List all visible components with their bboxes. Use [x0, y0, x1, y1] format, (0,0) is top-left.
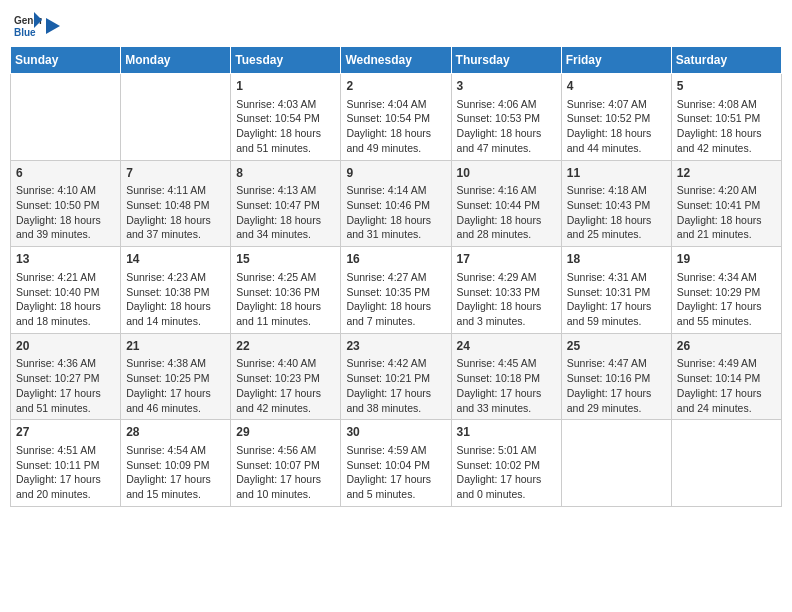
calendar-cell: 18Sunrise: 4:31 AM Sunset: 10:31 PM Dayl…	[561, 247, 671, 334]
calendar-cell: 14Sunrise: 4:23 AM Sunset: 10:38 PM Dayl…	[121, 247, 231, 334]
day-number: 8	[236, 165, 335, 182]
day-info: Sunrise: 4:25 AM Sunset: 10:36 PM Daylig…	[236, 270, 335, 329]
day-info: Sunrise: 4:11 AM Sunset: 10:48 PM Daylig…	[126, 183, 225, 242]
day-number: 29	[236, 424, 335, 441]
day-info: Sunrise: 4:23 AM Sunset: 10:38 PM Daylig…	[126, 270, 225, 329]
day-info: Sunrise: 4:06 AM Sunset: 10:53 PM Daylig…	[457, 97, 556, 156]
calendar-cell: 8Sunrise: 4:13 AM Sunset: 10:47 PM Dayli…	[231, 160, 341, 247]
calendar-cell: 12Sunrise: 4:20 AM Sunset: 10:41 PM Dayl…	[671, 160, 781, 247]
day-number: 28	[126, 424, 225, 441]
calendar-cell: 23Sunrise: 4:42 AM Sunset: 10:21 PM Dayl…	[341, 333, 451, 420]
day-info: Sunrise: 4:51 AM Sunset: 10:11 PM Daylig…	[16, 443, 115, 502]
day-number: 17	[457, 251, 556, 268]
week-row-5: 27Sunrise: 4:51 AM Sunset: 10:11 PM Dayl…	[11, 420, 782, 507]
day-info: Sunrise: 4:10 AM Sunset: 10:50 PM Daylig…	[16, 183, 115, 242]
day-info: Sunrise: 4:29 AM Sunset: 10:33 PM Daylig…	[457, 270, 556, 329]
day-number: 12	[677, 165, 776, 182]
day-info: Sunrise: 4:54 AM Sunset: 10:09 PM Daylig…	[126, 443, 225, 502]
day-number: 31	[457, 424, 556, 441]
weekday-header-friday: Friday	[561, 47, 671, 74]
week-row-2: 6Sunrise: 4:10 AM Sunset: 10:50 PM Dayli…	[11, 160, 782, 247]
day-number: 16	[346, 251, 445, 268]
calendar-cell	[671, 420, 781, 507]
day-number: 18	[567, 251, 666, 268]
calendar-cell: 10Sunrise: 4:16 AM Sunset: 10:44 PM Dayl…	[451, 160, 561, 247]
day-info: Sunrise: 4:08 AM Sunset: 10:51 PM Daylig…	[677, 97, 776, 156]
day-number: 23	[346, 338, 445, 355]
day-number: 15	[236, 251, 335, 268]
calendar-cell: 5Sunrise: 4:08 AM Sunset: 10:51 PM Dayli…	[671, 74, 781, 161]
weekday-header-wednesday: Wednesday	[341, 47, 451, 74]
calendar-cell: 4Sunrise: 4:07 AM Sunset: 10:52 PM Dayli…	[561, 74, 671, 161]
calendar-cell: 15Sunrise: 4:25 AM Sunset: 10:36 PM Dayl…	[231, 247, 341, 334]
calendar-cell: 2Sunrise: 4:04 AM Sunset: 10:54 PM Dayli…	[341, 74, 451, 161]
day-number: 13	[16, 251, 115, 268]
calendar-cell: 17Sunrise: 4:29 AM Sunset: 10:33 PM Dayl…	[451, 247, 561, 334]
weekday-header-monday: Monday	[121, 47, 231, 74]
day-info: Sunrise: 4:38 AM Sunset: 10:25 PM Daylig…	[126, 356, 225, 415]
day-info: Sunrise: 4:31 AM Sunset: 10:31 PM Daylig…	[567, 270, 666, 329]
day-number: 11	[567, 165, 666, 182]
logo: General Blue	[14, 10, 62, 38]
week-row-4: 20Sunrise: 4:36 AM Sunset: 10:27 PM Dayl…	[11, 333, 782, 420]
day-number: 25	[567, 338, 666, 355]
logo-icon: General Blue	[14, 10, 42, 38]
calendar-cell: 1Sunrise: 4:03 AM Sunset: 10:54 PM Dayli…	[231, 74, 341, 161]
calendar-cell	[561, 420, 671, 507]
calendar-cell: 13Sunrise: 4:21 AM Sunset: 10:40 PM Dayl…	[11, 247, 121, 334]
day-number: 19	[677, 251, 776, 268]
calendar-cell: 22Sunrise: 4:40 AM Sunset: 10:23 PM Dayl…	[231, 333, 341, 420]
day-info: Sunrise: 4:45 AM Sunset: 10:18 PM Daylig…	[457, 356, 556, 415]
day-number: 1	[236, 78, 335, 95]
day-info: Sunrise: 4:21 AM Sunset: 10:40 PM Daylig…	[16, 270, 115, 329]
day-info: Sunrise: 4:18 AM Sunset: 10:43 PM Daylig…	[567, 183, 666, 242]
weekday-header-saturday: Saturday	[671, 47, 781, 74]
day-info: Sunrise: 4:16 AM Sunset: 10:44 PM Daylig…	[457, 183, 556, 242]
logo-arrow-icon	[44, 16, 62, 36]
day-number: 10	[457, 165, 556, 182]
day-info: Sunrise: 4:56 AM Sunset: 10:07 PM Daylig…	[236, 443, 335, 502]
day-info: Sunrise: 4:36 AM Sunset: 10:27 PM Daylig…	[16, 356, 115, 415]
calendar-cell: 31Sunrise: 5:01 AM Sunset: 10:02 PM Dayl…	[451, 420, 561, 507]
day-number: 21	[126, 338, 225, 355]
day-number: 4	[567, 78, 666, 95]
calendar-table: SundayMondayTuesdayWednesdayThursdayFrid…	[10, 46, 782, 507]
calendar-cell: 21Sunrise: 4:38 AM Sunset: 10:25 PM Dayl…	[121, 333, 231, 420]
calendar-cell: 25Sunrise: 4:47 AM Sunset: 10:16 PM Dayl…	[561, 333, 671, 420]
calendar-cell: 9Sunrise: 4:14 AM Sunset: 10:46 PM Dayli…	[341, 160, 451, 247]
calendar-cell: 30Sunrise: 4:59 AM Sunset: 10:04 PM Dayl…	[341, 420, 451, 507]
calendar-cell: 3Sunrise: 4:06 AM Sunset: 10:53 PM Dayli…	[451, 74, 561, 161]
svg-marker-3	[46, 18, 60, 34]
svg-text:Blue: Blue	[14, 27, 36, 38]
day-number: 3	[457, 78, 556, 95]
calendar-cell: 28Sunrise: 4:54 AM Sunset: 10:09 PM Dayl…	[121, 420, 231, 507]
week-row-1: 1Sunrise: 4:03 AM Sunset: 10:54 PM Dayli…	[11, 74, 782, 161]
day-info: Sunrise: 4:07 AM Sunset: 10:52 PM Daylig…	[567, 97, 666, 156]
day-info: Sunrise: 4:40 AM Sunset: 10:23 PM Daylig…	[236, 356, 335, 415]
calendar-cell: 7Sunrise: 4:11 AM Sunset: 10:48 PM Dayli…	[121, 160, 231, 247]
weekday-header-row: SundayMondayTuesdayWednesdayThursdayFrid…	[11, 47, 782, 74]
week-row-3: 13Sunrise: 4:21 AM Sunset: 10:40 PM Dayl…	[11, 247, 782, 334]
weekday-header-sunday: Sunday	[11, 47, 121, 74]
day-info: Sunrise: 4:14 AM Sunset: 10:46 PM Daylig…	[346, 183, 445, 242]
day-number: 14	[126, 251, 225, 268]
day-number: 5	[677, 78, 776, 95]
weekday-header-tuesday: Tuesday	[231, 47, 341, 74]
calendar-cell	[121, 74, 231, 161]
day-number: 22	[236, 338, 335, 355]
day-number: 2	[346, 78, 445, 95]
calendar-cell	[11, 74, 121, 161]
day-info: Sunrise: 4:20 AM Sunset: 10:41 PM Daylig…	[677, 183, 776, 242]
calendar-cell: 11Sunrise: 4:18 AM Sunset: 10:43 PM Dayl…	[561, 160, 671, 247]
day-number: 30	[346, 424, 445, 441]
day-info: Sunrise: 4:47 AM Sunset: 10:16 PM Daylig…	[567, 356, 666, 415]
day-info: Sunrise: 4:42 AM Sunset: 10:21 PM Daylig…	[346, 356, 445, 415]
day-info: Sunrise: 4:04 AM Sunset: 10:54 PM Daylig…	[346, 97, 445, 156]
day-number: 9	[346, 165, 445, 182]
day-info: Sunrise: 4:13 AM Sunset: 10:47 PM Daylig…	[236, 183, 335, 242]
page-header: General Blue	[10, 10, 782, 38]
calendar-cell: 16Sunrise: 4:27 AM Sunset: 10:35 PM Dayl…	[341, 247, 451, 334]
day-info: Sunrise: 4:34 AM Sunset: 10:29 PM Daylig…	[677, 270, 776, 329]
day-info: Sunrise: 4:27 AM Sunset: 10:35 PM Daylig…	[346, 270, 445, 329]
day-number: 20	[16, 338, 115, 355]
